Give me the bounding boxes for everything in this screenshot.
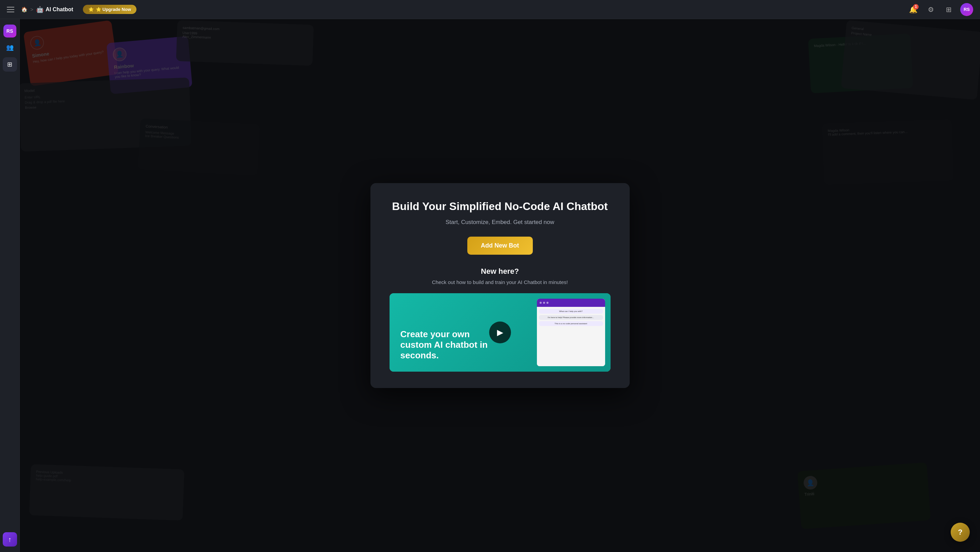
main-content: 👤 Simone Hey, how can I help you today w… bbox=[20, 19, 980, 552]
avatar-initials: RS bbox=[964, 7, 970, 12]
bot-emoji-icon: 🤖 bbox=[36, 6, 44, 13]
modal-title: Build Your Simplified No-Code AI Chatbot bbox=[390, 200, 611, 214]
sidebar-initials-text: RS bbox=[6, 28, 13, 34]
grid-sidebar-icon: ⊞ bbox=[7, 61, 12, 68]
avatar[interactable]: RS bbox=[960, 3, 973, 16]
video-thumbnail[interactable]: Create your own custom AI chatbot in sec… bbox=[390, 293, 611, 372]
notification-badge: 1 bbox=[913, 4, 919, 10]
add-new-bot-button[interactable]: Add New Bot bbox=[467, 236, 533, 255]
page-title: AI Chatbot bbox=[46, 6, 73, 13]
preview-body: What can I help you with? I'm here to he… bbox=[537, 307, 605, 366]
sidebar-item-grid[interactable]: ⊞ bbox=[3, 57, 17, 71]
help-icon: ? bbox=[958, 528, 962, 537]
breadcrumb-separator: > bbox=[30, 6, 33, 12]
sidebar-item-users[interactable]: 👥 bbox=[3, 40, 17, 54]
breadcrumb: 🏠 > 🤖 AI Chatbot bbox=[21, 6, 73, 13]
preview-bubble-2: I'm here to help! Please provide more in… bbox=[539, 315, 603, 320]
help-button[interactable]: ? bbox=[951, 523, 970, 542]
upload-icon: ↑ bbox=[8, 536, 11, 544]
preview-header bbox=[537, 299, 605, 307]
settings-button[interactable]: ⚙ bbox=[925, 3, 937, 16]
apps-button[interactable]: ⊞ bbox=[942, 3, 955, 16]
notifications-button[interactable]: 🔔 1 bbox=[907, 3, 919, 16]
topbar-right: 🔔 1 ⚙ ⊞ RS bbox=[907, 3, 973, 16]
breadcrumb-current: 🤖 AI Chatbot bbox=[36, 6, 73, 13]
new-here-subtitle: Check out how to build and train your AI… bbox=[390, 279, 611, 285]
dot3 bbox=[546, 302, 549, 304]
gear-icon: ⚙ bbox=[928, 5, 934, 14]
sidebar-initials[interactable]: RS bbox=[3, 25, 16, 38]
preview-bubble-1: What can I help you with? bbox=[539, 309, 603, 314]
modal-overlay: Build Your Simplified No-Code AI Chatbot… bbox=[20, 19, 980, 552]
sidebar: RS 👥 ⊞ ↑ bbox=[0, 19, 20, 552]
dot1 bbox=[539, 302, 542, 304]
topbar: 🏠 > 🤖 AI Chatbot ⭐ ⭐ Upgrade Now 🔔 1 ⚙ ⊞… bbox=[0, 0, 980, 19]
upgrade-button[interactable]: ⭐ ⭐ Upgrade Now bbox=[83, 5, 137, 14]
home-breadcrumb[interactable]: 🏠 bbox=[21, 6, 28, 13]
sidebar-bottom: ↑ bbox=[3, 532, 17, 547]
new-here-title: New here? bbox=[390, 267, 611, 276]
upgrade-label: ⭐ Upgrade Now bbox=[96, 7, 131, 12]
dot2 bbox=[543, 302, 545, 304]
sidebar-upload-button[interactable]: ↑ bbox=[3, 532, 17, 547]
add-new-bot-label: Add New Bot bbox=[481, 242, 519, 249]
upgrade-icon: ⭐ bbox=[88, 7, 94, 12]
video-tagline-text: Create your own custom AI chatbot in sec… bbox=[401, 329, 489, 361]
modal-panel: Build Your Simplified No-Code AI Chatbot… bbox=[371, 183, 630, 389]
video-preview-mockup: What can I help you with? I'm here to he… bbox=[537, 299, 605, 366]
play-icon: ▶ bbox=[497, 328, 503, 337]
preview-bubble-3: This is a no code personal assistant bbox=[539, 321, 603, 326]
users-icon: 👥 bbox=[6, 44, 14, 51]
menu-icon[interactable] bbox=[7, 5, 17, 15]
grid-icon: ⊞ bbox=[946, 5, 952, 14]
topbar-left: 🏠 > 🤖 AI Chatbot ⭐ ⭐ Upgrade Now bbox=[7, 5, 907, 15]
video-tagline: Create your own custom AI chatbot in sec… bbox=[401, 329, 489, 361]
modal-subtitle: Start, Customize, Embed. Get started now bbox=[390, 219, 611, 226]
video-play-button[interactable]: ▶ bbox=[489, 322, 511, 343]
